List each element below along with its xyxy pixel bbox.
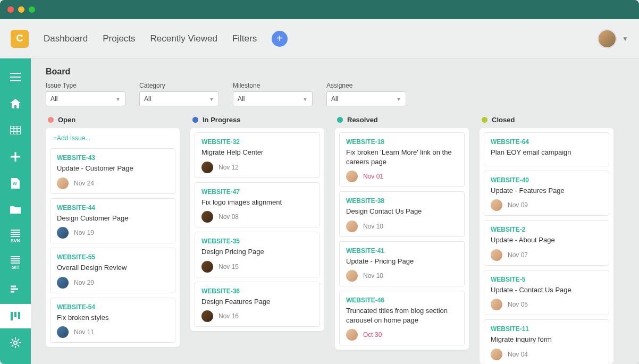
issue-card[interactable]: WEBSITE-44Design Customer PageNov 19 [50, 198, 175, 244]
sidebar-settings[interactable] [0, 331, 31, 355]
document-icon: W [11, 178, 20, 189]
issue-title: Fix broken styles [57, 313, 169, 323]
filter-category-select[interactable]: All ▼ [139, 91, 219, 106]
svg-rect-3 [14, 312, 16, 317]
issue-card[interactable]: WEBSITE-41Update - Pricing PageNov 10 [339, 241, 465, 287]
issue-meta: Nov 01 [346, 171, 458, 182]
issue-card[interactable]: WEBSITE-11Migrate inquiry formNov 04 [484, 319, 609, 364]
issue-card[interactable]: WEBSITE-32Migrate Help CenterNov 12 [195, 132, 320, 178]
column-title: Closed [492, 116, 515, 124]
repository-icon [11, 230, 20, 237]
board-icon [11, 312, 20, 320]
issue-title: Design Customer Page [57, 214, 169, 223]
filter-category-value: All [144, 95, 151, 103]
filter-assignee-value: All [331, 95, 338, 103]
maximize-window-button[interactable] [29, 6, 35, 13]
issue-card[interactable]: WEBSITE-55Overall Design ReviewNov 29 [50, 248, 175, 293]
sidebar-svn-label: SVN [11, 238, 21, 243]
sidebar-list[interactable] [0, 118, 31, 142]
filter-assignee-select[interactable]: All ▼ [326, 91, 406, 106]
issue-title: Fix broken 'Learn More' link on the care… [346, 148, 458, 166]
chevron-down-icon: ▼ [302, 96, 308, 102]
add-issue-button[interactable]: +Add Issue... [50, 132, 175, 144]
issue-id: WEBSITE-54 [57, 303, 169, 311]
svg-rect-2 [11, 312, 13, 320]
column-body: WEBSITE-64Plan EOY email campaignWEBSITE… [480, 128, 613, 364]
assignee-avatar [346, 329, 358, 341]
svg-rect-0 [10, 126, 21, 134]
sidebar-files[interactable] [0, 198, 31, 222]
issue-title: Design Pricing Page [201, 247, 313, 257]
issue-title: Plan EOY email campaign [491, 148, 602, 157]
sidebar-add[interactable] [0, 145, 31, 169]
user-menu[interactable]: ▼ [598, 29, 628, 48]
issue-meta: Oct 30 [346, 329, 458, 341]
assignee-avatar [201, 310, 213, 322]
sidebar-board[interactable] [0, 304, 31, 328]
sidebar-menu-toggle[interactable] [0, 65, 31, 89]
assignee-avatar [57, 227, 69, 239]
issue-card[interactable]: WEBSITE-43Update - Customer PageNov 24 [50, 148, 175, 194]
left-sidebar: W SVN GIT [0, 58, 31, 364]
sidebar-wiki[interactable]: W [0, 171, 31, 196]
page-title: Board [46, 67, 624, 77]
sidebar-gantt[interactable] [0, 277, 31, 302]
issue-card[interactable]: WEBSITE-64Plan EOY email campaign [484, 132, 609, 166]
issue-id: WEBSITE-44 [57, 204, 169, 211]
minimize-window-button[interactable] [18, 6, 24, 13]
column-title: Open [58, 116, 75, 124]
sidebar-home[interactable] [0, 91, 31, 116]
issue-card[interactable]: WEBSITE-40Update - Features PageNov 09 [484, 171, 609, 216]
assignee-avatar [57, 277, 69, 289]
board-column: ResolvedWEBSITE-18Fix broken 'Learn More… [335, 116, 469, 364]
app-logo[interactable]: C [11, 30, 29, 48]
issue-id: WEBSITE-35 [201, 238, 313, 245]
issue-id: WEBSITE-38 [346, 197, 458, 205]
filter-bar: Issue Type All ▼ Category All ▼ Mileston… [46, 82, 624, 106]
add-button[interactable]: + [272, 31, 288, 47]
issue-title: Update - Customer Page [57, 164, 169, 173]
nav-projects[interactable]: Projects [103, 33, 135, 44]
filter-assignee-label: Assignee [326, 82, 406, 89]
chevron-down-icon: ▼ [622, 35, 628, 43]
svg-point-5 [14, 341, 17, 344]
svg-text:W: W [13, 181, 17, 186]
issue-id: WEBSITE-55 [57, 253, 169, 261]
issue-card[interactable]: WEBSITE-36Design Features PageNov 16 [195, 282, 320, 327]
filter-milestone-select[interactable]: All ▼ [233, 91, 313, 106]
gear-icon [10, 337, 21, 348]
issue-card[interactable]: WEBSITE-35Design Pricing PageNov 15 [195, 232, 320, 277]
issue-card[interactable]: WEBSITE-46Truncated titles from blog sec… [339, 291, 465, 345]
assignee-avatar [491, 299, 502, 310]
issue-card[interactable]: WEBSITE-47Fix logo images alignmentNov 0… [195, 182, 320, 228]
sidebar-svn[interactable]: SVN [0, 224, 31, 249]
issue-id: WEBSITE-64 [491, 138, 602, 146]
sidebar-git[interactable]: GIT [0, 251, 31, 275]
close-window-button[interactable] [7, 6, 14, 13]
assignee-avatar [346, 171, 358, 182]
issue-due-date: Nov 09 [508, 201, 528, 209]
filter-issue-type-select[interactable]: All ▼ [46, 91, 125, 106]
issue-id: WEBSITE-2 [491, 226, 602, 233]
issue-card[interactable]: WEBSITE-18Fix broken 'Learn More' link o… [339, 132, 465, 187]
column-body: WEBSITE-18Fix broken 'Learn More' link o… [335, 128, 469, 350]
column-header: In Progress [190, 116, 324, 124]
issue-card[interactable]: WEBSITE-2Update - About PageNov 07 [484, 220, 609, 266]
chevron-down-icon: ▼ [396, 96, 401, 102]
issue-meta: Nov 11 [57, 326, 169, 338]
issue-card[interactable]: WEBSITE-5Update - Contact Us PageNov 05 [484, 270, 609, 316]
filter-category-label: Category [139, 82, 219, 89]
issue-card[interactable]: WEBSITE-38Design Contact Us PageNov 10 [339, 191, 465, 237]
issue-meta: Nov 16 [201, 310, 313, 322]
nav-recently-viewed[interactable]: Recently Viewed [150, 33, 217, 44]
main-nav: Dashboard Projects Recently Viewed Filte… [44, 33, 257, 44]
issue-card[interactable]: WEBSITE-54Fix broken stylesNov 11 [50, 298, 175, 343]
user-avatar [598, 29, 617, 48]
nav-dashboard[interactable]: Dashboard [44, 33, 88, 44]
issue-meta: Nov 24 [57, 177, 169, 189]
nav-filters[interactable]: Filters [232, 33, 257, 44]
board-column: ClosedWEBSITE-64Plan EOY email campaignW… [480, 116, 613, 364]
assignee-avatar [346, 270, 358, 282]
issue-id: WEBSITE-43 [57, 154, 169, 162]
issue-meta: Nov 07 [491, 249, 602, 261]
